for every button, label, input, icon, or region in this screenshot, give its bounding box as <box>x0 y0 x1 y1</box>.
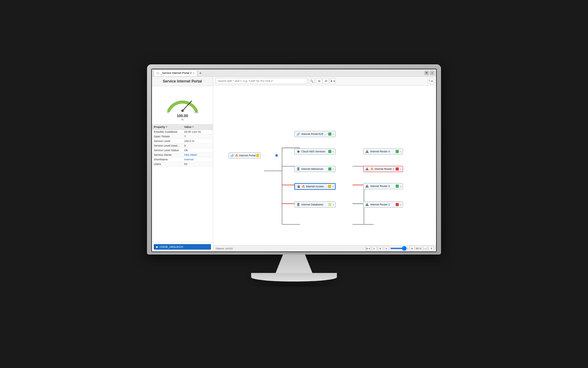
tab-add-btn[interactable]: + <box>199 71 202 75</box>
properties-table: Property ⇅ Value ⇅ Erlaubte Ausfallzeit0… <box>152 124 213 242</box>
access-arrow[interactable]: › <box>333 185 334 188</box>
props-row: Service Level StatusOk <box>152 148 213 153</box>
diagram-connections <box>213 86 436 245</box>
router1-icon: 🖧 <box>365 167 369 171</box>
webserver-status <box>328 167 331 171</box>
diagram-canvas[interactable]: ★ 🔗 🔥 Internet Portal 🔗 <box>213 86 436 245</box>
node-cloud-aws[interactable]: ☸ Cloud AWS Services › <box>294 148 336 155</box>
router4-status <box>396 150 399 153</box>
export-btn[interactable]: ⬇ ▾ <box>330 78 336 84</box>
close-btn[interactable]: × <box>430 71 434 75</box>
props-row: Erlaubte Ausfallzeit0d 4h 12m 0s <box>152 130 213 134</box>
router4-icon: 🖧 <box>365 149 369 154</box>
portal-e2e-status <box>328 132 331 136</box>
active-tab[interactable]: ⬡ _Service Internet Portal 2 × <box>154 70 197 76</box>
props-row: Service Level Gewichtung0 <box>152 144 213 148</box>
title-bar-controls: ⧉ × <box>424 71 434 75</box>
app-container: ⬡ _Service Internet Portal 2 × + ⧉ × Ser… <box>152 69 436 251</box>
databases-icon: 🗄 <box>296 202 300 207</box>
router1-arrow[interactable]: › <box>400 167 401 171</box>
props-col-value: Value ⇅ <box>183 125 213 129</box>
node-internet-router2[interactable]: 🖧 Internet Router 2 › <box>363 201 403 208</box>
monitor-screen: ⬡ _Service Internet Portal 2 × + ⧉ × Ser… <box>151 69 437 252</box>
databases-arrow[interactable]: › <box>333 203 334 206</box>
node-internet-portal-e2e[interactable]: 🔗 Internet Portal E2E ... › <box>294 131 336 137</box>
filter-btn[interactable]: ⚙ <box>316 78 322 84</box>
svg-point-1 <box>181 109 184 112</box>
zoom-slider[interactable] <box>390 248 409 249</box>
grid-btn[interactable]: ⊞ <box>378 246 383 251</box>
portal-status <box>256 154 259 157</box>
play-icon: ▶ <box>156 245 158 248</box>
router3-arrow[interactable]: › <box>400 185 401 188</box>
access-icon: 🖥 <box>296 184 301 189</box>
cloud-icon: ☸ <box>296 149 300 154</box>
zoom-in-icon[interactable]: ⊞ <box>410 246 415 251</box>
databases-status <box>328 203 331 206</box>
aws-arrow[interactable]: › <box>333 150 334 153</box>
monitor-shadow <box>245 283 343 288</box>
props-header: Property ⇅ Value ⇅ <box>152 125 213 130</box>
cmdb-btn[interactable]: ▶ CMDB_ABGLEICH <box>154 244 211 250</box>
status-bar-right: ⊞ ▾ ⊡ ⊞ ⊟ ⊞ 88 % 1:1 ⏸ <box>366 246 434 251</box>
restore-btn[interactable]: ⧉ <box>424 71 429 75</box>
node-internet-router4[interactable]: 🖧 Internet Router 4 › <box>363 148 403 155</box>
node-internet-router1[interactable]: 🖧 🔥 Internet Router 1 › <box>363 166 403 172</box>
node-internet-webserver[interactable]: 🗄 Internet Webserver › <box>294 166 336 172</box>
gauge-svg: 0 100 <box>164 89 201 114</box>
toolbar-btn-group: ⚙ ⧉ ⬇ ▾ <box>316 78 336 84</box>
fit-btn[interactable]: ⊡ <box>372 246 377 251</box>
layout-btn[interactable]: ⧉ <box>323 78 329 84</box>
gauge-container: 0 100 100.00 % <box>152 86 213 124</box>
access-status <box>328 185 331 188</box>
help-btn[interactable]: ? ▾ <box>428 78 434 84</box>
props-row: Users53 <box>152 162 213 167</box>
svg-text:100: 100 <box>194 111 198 114</box>
router2-icon: 🖧 <box>365 202 369 207</box>
zoom-level: 88 % <box>416 247 421 250</box>
gauge-unit: % <box>181 118 183 121</box>
fire-icon-access: 🔥 <box>302 185 305 188</box>
webserver-arrow[interactable]: › <box>333 167 334 171</box>
router1-status <box>396 167 399 171</box>
ratio-btn[interactable]: 1:1 <box>423 246 428 251</box>
node-internet-portal[interactable]: 🔗 🔥 Internet Portal <box>228 152 261 159</box>
monitor: ⬡ _Service Internet Portal 2 × + ⧉ × Ser… <box>147 64 441 304</box>
tab-close-btn[interactable]: × <box>193 71 195 75</box>
main-content: Service Internet Portal <box>152 77 436 251</box>
router3-icon: 🖧 <box>365 184 369 188</box>
props-row: Open Tickets7 <box>152 134 213 139</box>
webserver-icon: 🗄 <box>296 167 300 171</box>
toolbar: 🔍 ⚙ ⧉ ⬇ ▾ ? ▾ <box>213 77 436 86</box>
router4-arrow[interactable]: › <box>400 150 401 153</box>
portal-e2e-icon: 🔗 <box>296 132 300 136</box>
svg-text:0: 0 <box>167 111 169 114</box>
props-row: ShortNameInternet <box>152 157 213 162</box>
monitor-neck <box>276 255 312 273</box>
objects-count: Objects: 10/122 <box>216 247 233 250</box>
props-row: Service Level100.0 % <box>152 139 213 144</box>
zoom-out-icon[interactable]: ⊟ <box>384 246 389 251</box>
monitor-bezel: ⬡ _Service Internet Portal 2 × + ⧉ × Ser… <box>147 64 441 255</box>
fire-icon-router1: 🔥 <box>370 167 374 171</box>
props-col-key: Property ⇅ <box>152 125 183 129</box>
node-internet-router3[interactable]: 🖧 Internet Router 3 › <box>363 183 403 189</box>
status-bar: Objects: 10/122 ⊞ ▾ ⊡ ⊞ ⊟ ⊞ 88 % 1:1 ⏸ <box>213 245 436 251</box>
router2-arrow[interactable]: › <box>400 203 401 206</box>
monitor-base <box>251 273 337 282</box>
sidebar-footer: ▶ CMDB_ABGLEICH <box>152 242 213 251</box>
search-input[interactable] <box>216 78 307 84</box>
tab-label: _Service Internet Portal 2 <box>160 71 192 75</box>
layout-select-btn[interactable]: ⊞ ▾ <box>366 246 371 251</box>
search-btn[interactable]: 🔍 <box>309 78 315 84</box>
node-internet-databases[interactable]: 🗄 Internet Databases › <box>294 201 336 208</box>
portal-e2e-arrow[interactable]: › <box>333 132 334 136</box>
star-badge: ★ <box>274 152 279 158</box>
node-internet-access[interactable]: 🖥 🔥 Internet Access › <box>294 183 336 190</box>
toolbar-right: ? ▾ <box>428 78 434 84</box>
portal-icon: 🔗 <box>230 153 234 158</box>
sidebar-title: Service Internet Portal <box>152 77 213 86</box>
router2-status <box>396 203 399 206</box>
tab-icon: ⬡ <box>156 71 159 75</box>
pause-btn[interactable]: ⏸ <box>429 246 434 251</box>
